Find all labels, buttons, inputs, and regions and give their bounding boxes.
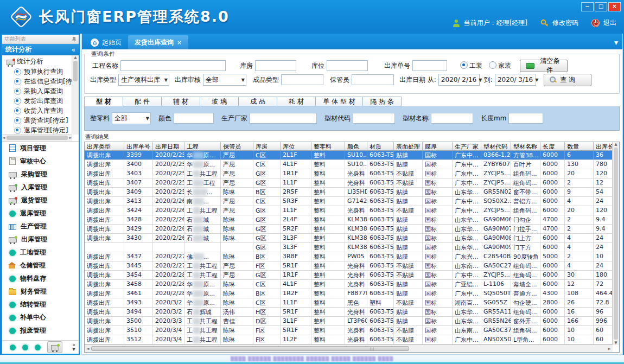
sidebar-item-项目管理[interactable]: 项目管理 bbox=[2, 142, 79, 155]
table-row[interactable]: 调拨出库35002020/3/3工▒▒共工程曹佳D区3L1F整料LT3P6060… bbox=[85, 317, 613, 326]
material-tab-8[interactable]: 隔 热 条 bbox=[363, 97, 402, 106]
sidebar-item-结转管理[interactable]: 结转管理 bbox=[2, 298, 79, 311]
sidebar-item-财务管理[interactable]: 财务管理 bbox=[2, 285, 79, 298]
sidebar-item-审核中心[interactable]: 审核中心 bbox=[2, 155, 79, 168]
table-row[interactable]: 调拨出库34032020/2/25工▒▒共工程严思G区1R1F整料光身料6063… bbox=[85, 169, 613, 178]
date-to-select[interactable]: 2020/ 3/16▼ bbox=[495, 74, 536, 86]
sidebar-item-仓储管理[interactable]: 仓储管理 bbox=[2, 259, 79, 272]
order-no-input[interactable] bbox=[412, 60, 447, 71]
location-input[interactable] bbox=[327, 60, 368, 71]
sidebar-item-入库管理[interactable]: 入库管理 bbox=[2, 181, 79, 194]
table-row[interactable]: 调拨出库34542020/2/28工▒▒共工程严思G区1R1F整料光身料6063… bbox=[85, 271, 613, 280]
warehouse-input[interactable] bbox=[255, 60, 296, 71]
material-tab-5[interactable]: 成 品 bbox=[239, 97, 277, 106]
circle-icon[interactable] bbox=[35, 344, 41, 350]
sidebar-item-退货管理[interactable]: 退货管理 bbox=[2, 194, 79, 207]
tree-item[interactable]: 收货入库查询 bbox=[2, 106, 72, 116]
clear-conditions-button[interactable]: 清空条件 bbox=[520, 60, 568, 72]
column-header[interactable]: 型材名称 bbox=[511, 142, 540, 150]
table-row[interactable]: 调拨出库34242020/2/26工▒▒共工程严思G区1L1F整料光身料6063… bbox=[85, 206, 613, 215]
color-input[interactable] bbox=[174, 113, 214, 124]
tree-root[interactable]: 统计分析 bbox=[2, 56, 72, 67]
tree-vertical-scrollbar[interactable]: ▲ bbox=[72, 55, 79, 135]
material-tab-7[interactable]: 单 体 型 材 bbox=[316, 97, 363, 106]
table-row[interactable]: 调拨出库34612020/2/28华▒▒▒原...陈琳B区1R2F整料F8877… bbox=[85, 289, 613, 298]
tree-item[interactable]: 退货查询[待定] bbox=[2, 116, 72, 125]
sidebar-item-补单中心[interactable]: 补单中心 bbox=[2, 311, 79, 324]
tab-home[interactable]: ⌂ 起始页 bbox=[84, 35, 128, 49]
column-header[interactable]: 工程 bbox=[184, 142, 221, 150]
column-header[interactable]: 保管员 bbox=[221, 142, 253, 150]
column-header[interactable]: 整零料 bbox=[311, 142, 345, 150]
column-header[interactable]: 库位 bbox=[281, 142, 311, 150]
more-chevron[interactable]: »▾ bbox=[72, 343, 75, 352]
tab-shipment-query[interactable]: 发货出库查询 × bbox=[128, 35, 188, 49]
minimize-button[interactable]: − bbox=[581, 2, 594, 11]
project-name-input[interactable] bbox=[120, 60, 226, 71]
sidebar-item-生产管理[interactable]: 生产管理 bbox=[2, 220, 79, 233]
date-from-select[interactable]: 2020/ 2/16▼ bbox=[438, 74, 480, 86]
table-row[interactable]: 调拨出库33992020/2/25华▒▒▒原...严思C区2L1F整料SU10.… bbox=[85, 151, 613, 160]
change-password-link[interactable]: 修改密码 bbox=[552, 18, 578, 28]
grid-vertical-scrollbar[interactable]: ▲▼ bbox=[612, 142, 619, 345]
column-header[interactable]: 库房 bbox=[253, 142, 281, 150]
sidebar-item-采购管理[interactable]: 采购管理 bbox=[2, 168, 79, 181]
table-row[interactable]: 调拨出库35122020/3/4工▒▒共工程陈琳F区1L2F整料光身料6063-… bbox=[85, 335, 613, 344]
search-button[interactable]: 查 询 bbox=[544, 74, 591, 86]
column-header[interactable]: 生产厂家 bbox=[453, 142, 481, 150]
whole-part-select[interactable]: 全部▼ bbox=[112, 112, 151, 124]
product-type-input[interactable] bbox=[281, 74, 323, 85]
length-input[interactable] bbox=[508, 113, 543, 124]
table-row[interactable]: 调拨出库34092020/2/25长▒▒▒▒...陈琳B区2R5F整料LI35H… bbox=[85, 188, 613, 197]
table-row[interactable]: 调拨出库34582020/2/28华▒▒▒原...陈琳C区4L1F整料光身料60… bbox=[85, 280, 613, 289]
column-header[interactable]: 表面处理 bbox=[394, 142, 423, 150]
column-header[interactable]: 型材代码 bbox=[481, 142, 511, 150]
radio-industrial[interactable]: 工装 bbox=[460, 61, 482, 71]
profile-name-input[interactable] bbox=[431, 113, 473, 124]
circle-icon[interactable] bbox=[22, 344, 28, 350]
column-header[interactable]: 出库类型 bbox=[85, 142, 124, 150]
audit-select[interactable]: 全部▼ bbox=[203, 74, 246, 86]
table-row[interactable]: 调拨出库34302020/2/26石▒▒▒城陈琳G区3L3F整料KLM38176… bbox=[85, 234, 613, 243]
column-header[interactable]: 出库长度 bbox=[594, 142, 613, 150]
sidebar-item-工地管理[interactable]: 工地管理 bbox=[2, 246, 79, 259]
table-row[interactable]: 调拨出库34282020/2/26石▒▒▒城陈琳G区2L4F整料KLM38176… bbox=[85, 215, 613, 225]
material-tab-1[interactable]: 型 材 bbox=[84, 97, 123, 106]
sidebar-item-报废管理[interactable]: 报废管理 bbox=[2, 324, 79, 337]
sidebar-item-退库管理[interactable]: 退库管理 bbox=[2, 207, 79, 220]
table-row[interactable]: 调拨出库35102020/3/4工▒▒共工程陈琳F区5R1F整料光身料6063-… bbox=[85, 326, 613, 335]
close-button[interactable]: × bbox=[608, 2, 621, 11]
tab-overflow-icon[interactable]: ▼ bbox=[614, 40, 618, 46]
tree-item[interactable]: 退库管理[待定] bbox=[2, 125, 72, 135]
circle-icon[interactable] bbox=[10, 344, 16, 350]
factory-input[interactable] bbox=[250, 113, 317, 124]
table-row[interactable]: 调拨出库34002020/2/25华▒▒▒原...严思C区4L1F整料SU10.… bbox=[85, 160, 613, 169]
profile-code-input[interactable] bbox=[353, 113, 395, 124]
tab-close-icon[interactable]: × bbox=[177, 39, 182, 46]
logout-link[interactable]: 退出 bbox=[603, 18, 616, 28]
column-header[interactable]: 长度 bbox=[540, 142, 565, 150]
table-row[interactable]: 调拨出库34452020/2/27工▒▒共工程严思F区5R1F整料光身料6063… bbox=[85, 261, 613, 271]
material-tab-6[interactable]: 耗 材 bbox=[277, 97, 316, 106]
pin-icon[interactable] bbox=[72, 36, 77, 42]
table-row[interactable]: 调拨出库34292020/2/26石▒▒▒城陈琳G区5R2F整料KLM38176… bbox=[85, 225, 613, 234]
column-header[interactable]: 出库单号 bbox=[124, 142, 153, 150]
column-header[interactable]: 膜厚 bbox=[423, 142, 453, 150]
grid-horizontal-scrollbar[interactable]: ◄|||► bbox=[85, 344, 613, 352]
tree-item[interactable]: 发货出库查询 bbox=[2, 96, 72, 106]
material-tab-3[interactable]: 辅 材 bbox=[162, 97, 200, 106]
maximize-button[interactable]: □ bbox=[595, 2, 607, 11]
out-type-select[interactable]: 生产领料出库▼ bbox=[118, 74, 169, 86]
table-row[interactable]: 调拨出库34132020/2/26南▒▒▒...严思C区5R3F整料G71422… bbox=[85, 197, 613, 206]
material-tab-2[interactable]: 配 件 bbox=[123, 97, 162, 106]
keeper-input[interactable] bbox=[352, 74, 394, 85]
sidebar-item-物料盘存[interactable]: 物料盘存 bbox=[2, 272, 79, 285]
tree-horizontal-scrollbar[interactable]: ◄► bbox=[2, 134, 72, 141]
sidebar-item-出库管理[interactable]: 出库管理 bbox=[2, 233, 79, 246]
cart-button[interactable] bbox=[47, 341, 62, 353]
table-row[interactable]: 调拨出库34942020/3/2石▒▒辉城汤伟H区5R1F整料光身料6063-T… bbox=[85, 308, 613, 317]
tree-item[interactable]: 采购入库查询 bbox=[2, 86, 72, 96]
column-header[interactable]: 材质 bbox=[367, 142, 394, 150]
radio-home[interactable]: 家装 bbox=[489, 61, 511, 71]
table-row[interactable]: 调拨出库34372020/2/27佛▒▒▒...陈琳B区3R8F整料PW0560… bbox=[85, 252, 613, 261]
